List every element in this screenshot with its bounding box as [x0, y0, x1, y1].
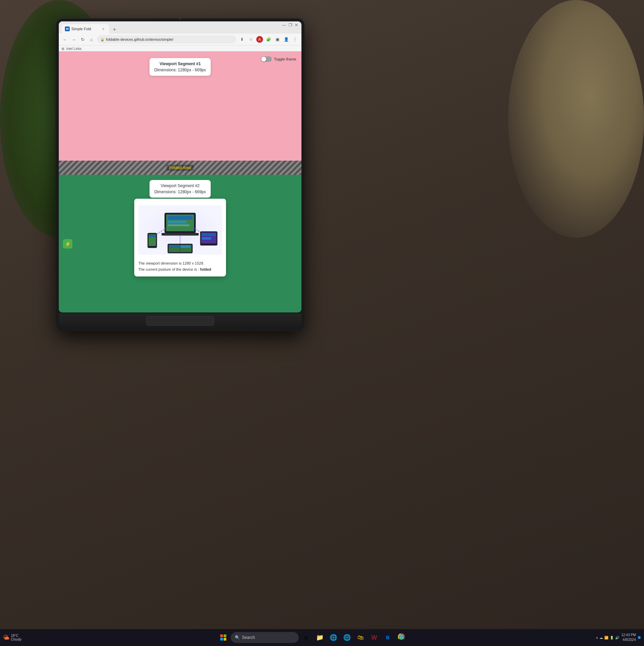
browser-icon-2: 🌐	[343, 634, 351, 641]
demo-card-image	[138, 203, 222, 257]
office-icon: W	[371, 634, 377, 641]
segment2-dimensions: Dimensions: 1280px - 669px	[154, 189, 206, 195]
viewport-dimension-text: The viewport dimension is 1280 x 1528.	[138, 261, 222, 267]
task-view-button[interactable]: ⧉	[300, 631, 312, 644]
yoda-decoration	[508, 0, 644, 238]
toolbar-icons: ⬇ ☆ A 🧩 ▣ 👤 ⋮	[238, 36, 299, 43]
windows-logo-icon	[220, 634, 226, 641]
search-placeholder-text: Search	[242, 635, 255, 640]
home-button[interactable]: ⌂	[88, 36, 95, 43]
devices-illustration	[138, 203, 222, 257]
tab-label: Simple Fold	[71, 27, 91, 31]
toggle-thumb	[261, 57, 266, 61]
notification-badge[interactable]	[638, 636, 641, 639]
address-bar[interactable]: 🔒 foldable-devices.github.io/demos/simpl…	[97, 35, 236, 43]
browser-button-2[interactable]: 🌐	[341, 631, 353, 644]
posture-text: The current posture of the device is : f…	[138, 267, 222, 273]
svg-rect-8	[164, 233, 195, 235]
time-date-display[interactable]: 12:43 PM 4/8/2024	[621, 633, 636, 642]
edge-browser-button[interactable]: 🌐	[327, 631, 340, 644]
svg-rect-18	[202, 237, 211, 239]
menu-btn[interactable]: ⋮	[291, 36, 299, 43]
demo-card-text: The viewport dimension is 1280 x 1528. T…	[138, 261, 222, 272]
taskbar-center: 🔍 Search ⧉ 📁 🌐 🌐 🛍 W B	[30, 631, 594, 644]
toggle-label: Toggle iframe	[274, 57, 296, 61]
win-square-2	[224, 634, 226, 637]
weather-widget[interactable]: 🌥 18°C Cloudy	[3, 634, 29, 641]
url-text: foldable-devices.github.io/demos/simple/	[106, 37, 173, 41]
forward-button[interactable]: →	[70, 36, 77, 43]
edge-icon-glyph: ⚡	[65, 241, 71, 247]
restore-button[interactable]: ❐	[288, 23, 293, 28]
bookmarks-bar: ⊞ Intel Links	[59, 45, 301, 52]
lock-icon: 🔒	[100, 38, 104, 41]
profile-btn[interactable]: 👤	[282, 36, 290, 43]
sidebar-btn[interactable]: ▣	[274, 36, 281, 43]
bottom-bezel	[59, 313, 301, 328]
svg-rect-22	[169, 246, 179, 248]
toggle-iframe-area: Toggle iframe	[261, 56, 296, 62]
posture-label: The current posture of the device is :	[138, 267, 200, 271]
viewport-segment-2-badge: Viewport Segment #2 Dimensions: 1280px -…	[150, 180, 211, 198]
new-tab-button[interactable]: +	[110, 25, 119, 34]
bookmark-btn[interactable]: ☆	[247, 36, 255, 43]
downloads-btn[interactable]: ⬇	[238, 36, 246, 43]
win-square-4	[224, 638, 226, 641]
profile-secure-btn[interactable]: A	[256, 36, 263, 43]
clock-date: 4/8/2024	[621, 638, 636, 642]
chrome-icon	[398, 633, 405, 642]
file-explorer-button[interactable]: 📁	[314, 631, 326, 644]
cloud-icon[interactable]: ☁	[599, 636, 603, 640]
wifi-icon[interactable]: 📶	[604, 636, 608, 640]
svg-rect-17	[202, 233, 216, 236]
profile-icon: A	[256, 36, 263, 43]
left-edge-icon: ⚡	[63, 239, 72, 249]
svg-rect-6	[168, 225, 190, 226]
speaker-icon[interactable]: 🔊	[615, 636, 619, 640]
system-tray-icons: ∧ ☁ 📶 🔋 🔊	[596, 636, 619, 640]
browser-chrome: M Simple Fold × + — ❐ ✕ ← → ↻ ⌂ 🔒	[59, 21, 301, 51]
edge-icon: 🌐	[330, 634, 337, 641]
toggle-switch[interactable]	[261, 56, 272, 62]
tray-arrow-icon[interactable]: ∧	[596, 636, 598, 640]
fold-area: Folded Area	[59, 161, 301, 175]
copilot-button[interactable]: B	[382, 631, 394, 644]
close-button[interactable]: ✕	[294, 23, 299, 28]
refresh-button[interactable]: ↻	[79, 36, 86, 43]
trackpad[interactable]	[146, 316, 214, 326]
tab-close-btn[interactable]: ×	[101, 26, 106, 31]
camera	[179, 18, 181, 20]
svg-rect-23	[180, 246, 190, 248]
taskbar: 🌥 18°C Cloudy 🔍 Search ⧉ 📁	[0, 629, 644, 646]
weather-status: Cloudy	[11, 638, 21, 641]
extensions-btn[interactable]: 🧩	[265, 36, 272, 43]
viewport-segment-1-badge: Viewport Segment #1 Dimensions: 1280px -…	[150, 58, 211, 76]
svg-rect-4	[168, 216, 193, 220]
segment1-title: Viewport Segment #1	[154, 61, 206, 67]
segment1-dimensions: Dimensions: 1280px - 669px	[154, 67, 206, 73]
copilot-icon: B	[386, 635, 389, 640]
file-explorer-icon: 📁	[316, 634, 324, 641]
laptop-device: M Simple Fold × + — ❐ ✕ ← → ↻ ⌂ 🔒	[56, 19, 304, 331]
back-button[interactable]: ←	[62, 36, 68, 43]
bookmarks-label[interactable]: Intel Links	[66, 47, 82, 51]
tab-favicon: M	[65, 26, 70, 31]
office-button[interactable]: W	[368, 631, 380, 644]
taskbar-search[interactable]: 🔍 Search	[231, 632, 299, 643]
search-icon: 🔍	[235, 635, 240, 640]
weather-icon: 🌥	[3, 634, 10, 641]
weather-temp: 18°C	[11, 634, 21, 638]
battery-icon[interactable]: 🔋	[610, 636, 614, 640]
minimize-button[interactable]: —	[282, 23, 286, 28]
chrome-button[interactable]	[395, 631, 407, 644]
screen-top: M Simple Fold × + — ❐ ✕ ← → ↻ ⌂ 🔒	[59, 21, 301, 161]
clock-time: 12:43 PM	[621, 633, 636, 638]
start-button[interactable]	[217, 631, 229, 644]
win-square-1	[220, 634, 223, 637]
store-icon: 🛍	[358, 634, 364, 641]
store-button[interactable]: 🛍	[354, 631, 367, 644]
weather-info: 18°C Cloudy	[11, 634, 21, 641]
screen-bottom: Viewport Segment #2 Dimensions: 1280px -…	[59, 175, 301, 312]
browser-tab[interactable]: M Simple Fold ×	[62, 24, 109, 34]
system-tray: ∧ ☁ 📶 🔋 🔊 12:43 PM 4/8/2024	[596, 633, 641, 642]
